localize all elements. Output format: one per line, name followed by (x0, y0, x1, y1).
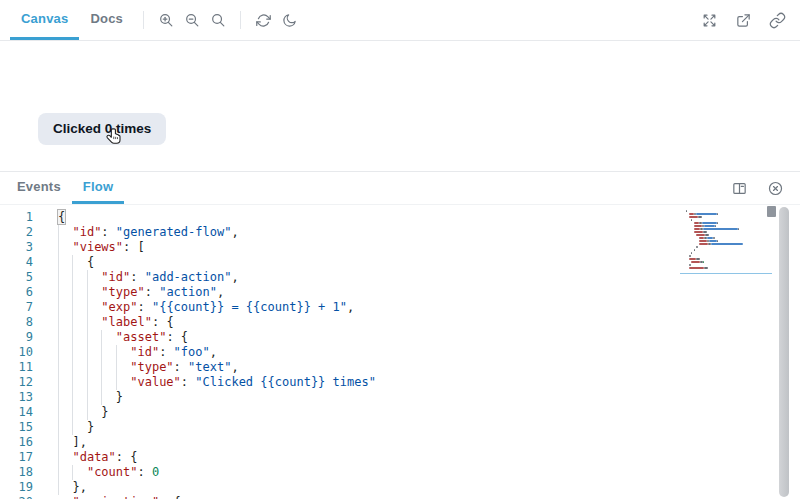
code-text: ], (58, 435, 87, 450)
line-number: 19 (0, 480, 46, 495)
refresh-button[interactable] (250, 0, 276, 40)
code-line: 6 "type": "action", (0, 285, 685, 300)
editor-minimap[interactable] (686, 205, 768, 499)
line-number: 20 (0, 495, 46, 499)
code-text: "type": "action", (58, 285, 224, 300)
indent-guide (72, 465, 73, 480)
code-text: "exp": "{{count}} = {{count}} + 1", (58, 300, 354, 315)
zoom-out-icon (184, 12, 201, 29)
tab-canvas[interactable]: Canvas (10, 0, 79, 40)
zoom-in-button[interactable] (153, 0, 179, 40)
code-text: { (58, 255, 94, 270)
line-number: 4 (0, 255, 46, 270)
toolbar-separator (143, 11, 144, 29)
code-line: 8 "label": { (0, 315, 685, 330)
zoom-reset-icon (210, 12, 227, 29)
panel-right-tools (726, 172, 800, 204)
dark-mode-button[interactable] (276, 0, 302, 40)
line-number: 9 (0, 330, 46, 345)
minimap-viewport-line (680, 273, 772, 274)
line-number: 8 (0, 315, 46, 330)
moon-icon (281, 12, 298, 29)
line-number: 5 (0, 270, 46, 285)
fullscreen-icon (701, 12, 718, 29)
line-number: 17 (0, 450, 46, 465)
line-number: 6 (0, 285, 46, 300)
tab-events[interactable]: Events (6, 172, 72, 204)
code-editor[interactable]: 1{2 "id": "generated-flow",3 "views": [4… (0, 205, 800, 499)
code-text: "label": { (58, 315, 174, 330)
share-link-button[interactable] (764, 0, 790, 40)
fullscreen-button[interactable] (696, 0, 722, 40)
code-line: 16 ], (0, 435, 685, 450)
close-circle-icon (767, 180, 784, 197)
code-text: "id": "foo", (58, 345, 217, 360)
code-text: "id": "add-action", (58, 270, 239, 285)
code-line: 13 } (0, 390, 685, 405)
line-number: 10 (0, 345, 46, 360)
minimap-line (686, 266, 768, 269)
dev-panel: Events Flow 1{2 "id": "generated-flow",3… (0, 171, 800, 499)
code-line: 15 } (0, 420, 685, 435)
hand-pointer-cursor-icon (104, 127, 124, 147)
zoom-out-button[interactable] (179, 0, 205, 40)
code-line: 7 "exp": "{{count}} = {{count}} + 1", (0, 300, 685, 315)
indent-guide (101, 330, 102, 405)
line-number: 16 (0, 435, 46, 450)
line-number: 7 (0, 300, 46, 315)
close-panel-button[interactable] (762, 172, 788, 204)
code-text: "data": { (58, 450, 138, 465)
open-external-button[interactable] (730, 0, 756, 40)
line-number: 11 (0, 360, 46, 375)
code-text: "id": "generated-flow", (58, 225, 239, 240)
code-area[interactable]: 1{2 "id": "generated-flow",3 "views": [4… (0, 205, 685, 499)
code-line: 3 "views": [ (0, 240, 685, 255)
line-number: 3 (0, 240, 46, 255)
code-line: 10 "id": "foo", (0, 345, 685, 360)
top-toolbar: Canvas Docs (0, 0, 800, 41)
toolbar-separator (240, 11, 241, 29)
link-icon (769, 12, 786, 29)
code-line: 19 }, (0, 480, 685, 495)
code-text: }, (58, 480, 87, 495)
line-number: 14 (0, 405, 46, 420)
code-text: { (58, 210, 65, 225)
code-line: 4 { (0, 255, 685, 270)
code-line: 20 "navigation": { (0, 495, 685, 499)
code-line: 1{ (0, 210, 685, 225)
code-text: "views": [ (58, 240, 145, 255)
zoom-in-icon (158, 12, 175, 29)
code-line: 17 "data": { (0, 450, 685, 465)
panel-scrollbar[interactable] (779, 207, 789, 497)
tab-flow[interactable]: Flow (72, 172, 124, 204)
code-line: 14 } (0, 405, 685, 420)
clicked-counter-button[interactable]: Clicked 0 times (38, 113, 166, 145)
canvas-preview-area: Clicked 0 times (0, 41, 800, 171)
topbar-right-tools (696, 0, 800, 40)
indent-guide (58, 225, 59, 495)
code-text: } (58, 390, 123, 405)
indent-guide (87, 270, 88, 420)
code-line: 11 "type": "text", (0, 360, 685, 375)
code-text: } (58, 420, 94, 435)
code-text: } (58, 405, 109, 420)
split-view-button[interactable] (726, 172, 752, 204)
open-external-icon (735, 12, 752, 29)
split-view-icon (731, 180, 748, 197)
line-number: 18 (0, 465, 46, 480)
indent-guide (72, 255, 73, 435)
code-line: 18 "count": 0 (0, 465, 685, 480)
code-text: "asset": { (58, 330, 188, 345)
line-number: 2 (0, 225, 46, 240)
code-text: "type": "text", (58, 360, 239, 375)
line-number: 1 (0, 210, 46, 225)
editor-scrollbar-thumb[interactable] (767, 206, 776, 217)
panel-tab-bar: Events Flow (0, 172, 800, 205)
refresh-icon (255, 12, 272, 29)
code-text: "navigation": { (58, 495, 181, 499)
code-line: 2 "id": "generated-flow", (0, 225, 685, 240)
line-number: 12 (0, 375, 46, 390)
zoom-reset-button[interactable] (205, 0, 231, 40)
code-line: 12 "value": "Clicked {{count}} times" (0, 375, 685, 390)
tab-docs[interactable]: Docs (79, 0, 134, 40)
